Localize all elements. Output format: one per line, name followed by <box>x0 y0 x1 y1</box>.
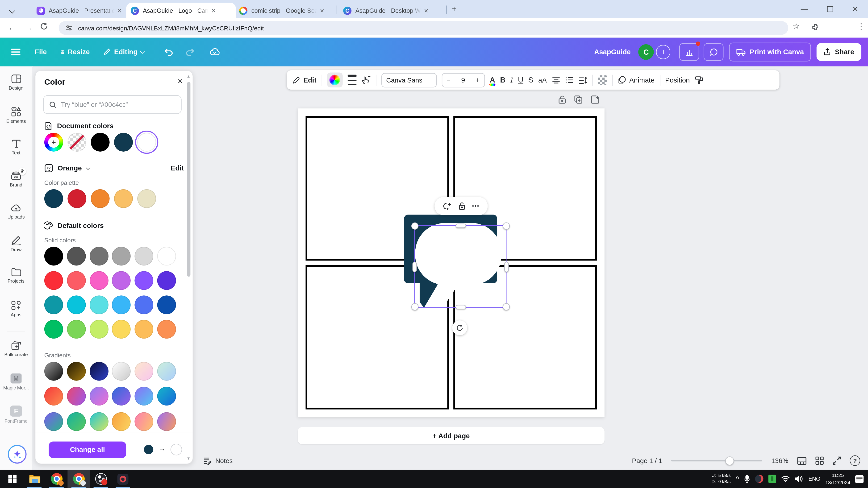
solid-color-swatch[interactable] <box>44 320 63 339</box>
color-wheel-button[interactable] <box>327 72 342 87</box>
gradient-swatch[interactable] <box>135 362 154 381</box>
sidebar-item-magic-morph[interactable]: M Magic Mor... <box>0 373 32 391</box>
zoom-slider-thumb[interactable] <box>725 456 734 465</box>
recorder-app-button[interactable] <box>112 470 134 488</box>
thumbnails-icon[interactable] <box>815 456 824 465</box>
grid-view-icon[interactable] <box>797 457 807 464</box>
solid-color-swatch[interactable] <box>135 271 154 290</box>
text-color-button[interactable]: A <box>490 76 495 84</box>
microphone-icon[interactable] <box>744 475 750 483</box>
sidebar-item-fontframe[interactable]: F FontFrame <box>0 405 32 424</box>
tab-close-icon[interactable]: × <box>424 7 428 14</box>
roller-button[interactable] <box>695 75 704 85</box>
font-size-value[interactable]: 9 <box>461 76 465 84</box>
spacing-button[interactable] <box>578 76 587 84</box>
scroll-down-icon[interactable]: ▼ <box>187 456 190 460</box>
sidebar-item-text[interactable]: Text <box>0 139 32 155</box>
resize-handle-n[interactable] <box>456 224 466 228</box>
forward-icon[interactable]: → <box>24 23 33 32</box>
solid-color-swatch[interactable] <box>112 320 131 339</box>
sidebar-item-draw[interactable]: Draw <box>0 236 32 252</box>
no-color-swatch[interactable] <box>67 133 86 152</box>
redo-icon[interactable] <box>185 47 195 57</box>
palette-swatch[interactable] <box>137 189 156 208</box>
reload-icon[interactable] <box>40 22 48 30</box>
zoom-level[interactable]: 136% <box>771 457 788 464</box>
solid-color-swatch[interactable] <box>44 271 63 290</box>
solid-color-swatch[interactable] <box>135 320 154 339</box>
gradient-swatch[interactable] <box>89 412 108 431</box>
window-restore-button[interactable] <box>817 0 842 18</box>
url-bar[interactable]: canva.com/design/DAGVNLBxLZM/i8mMhM_kwyC… <box>59 21 788 35</box>
more-options-icon[interactable]: ••• <box>472 203 479 209</box>
add-page-button[interactable]: + Add page <box>298 427 604 445</box>
italic-button[interactable]: I <box>510 75 513 85</box>
tab-close-icon[interactable]: × <box>212 7 216 14</box>
solid-color-swatch[interactable] <box>89 295 108 314</box>
lock-icon[interactable] <box>458 202 466 210</box>
gradient-swatch[interactable] <box>89 387 108 406</box>
change-all-button[interactable]: Change all <box>49 442 126 458</box>
scroll-up-icon[interactable]: ▲ <box>187 74 190 78</box>
bold-button[interactable]: B <box>500 76 505 84</box>
palette-swatch[interactable] <box>44 189 63 208</box>
solid-color-swatch[interactable] <box>135 295 154 314</box>
solid-color-swatch[interactable] <box>112 247 131 266</box>
position-button[interactable]: Position <box>665 76 690 84</box>
wifi-icon[interactable] <box>781 476 790 482</box>
doc-color-white-selected[interactable] <box>137 133 156 152</box>
solid-color-swatch[interactable] <box>67 247 86 266</box>
scrollbar-thumb[interactable] <box>187 82 190 276</box>
list-button[interactable] <box>565 76 573 84</box>
sidebar-item-projects[interactable]: Projects <box>0 268 32 284</box>
underline-button[interactable]: U <box>518 76 523 84</box>
solid-color-swatch[interactable] <box>135 247 154 266</box>
file-explorer-button[interactable] <box>23 470 45 488</box>
insights-button[interactable] <box>679 43 699 61</box>
solid-color-swatch[interactable] <box>157 320 176 339</box>
strikethrough-button[interactable]: S <box>528 76 533 84</box>
add-comment-icon[interactable] <box>443 202 452 210</box>
solid-color-swatch[interactable] <box>44 247 63 266</box>
window-close-button[interactable]: ✕ <box>842 0 868 18</box>
solid-color-swatch[interactable] <box>89 247 108 266</box>
gradient-swatch[interactable] <box>44 412 63 431</box>
flip-hand-button[interactable] <box>361 75 371 85</box>
close-panel-icon[interactable]: × <box>178 76 183 86</box>
gradient-swatch[interactable] <box>157 387 176 406</box>
help-button[interactable]: ? <box>850 455 861 466</box>
font-size-increase[interactable]: + <box>476 76 480 84</box>
tab-search-chevron-icon[interactable] <box>10 5 14 15</box>
file-menu[interactable]: File <box>35 48 47 56</box>
gradient-swatch[interactable] <box>44 387 63 406</box>
brand-kit-chevron-icon[interactable] <box>86 165 90 170</box>
ai-assistant-button[interactable] <box>8 445 27 464</box>
sidebar-item-bulk-create[interactable]: Bulk create <box>0 341 32 357</box>
language-indicator[interactable]: ENG <box>808 476 820 482</box>
palette-swatch[interactable] <box>114 189 133 208</box>
design-page[interactable]: ••• <box>298 108 604 417</box>
palette-swatch[interactable] <box>67 189 86 208</box>
sidebar-item-elements[interactable]: Elements <box>0 107 32 124</box>
panel-scrollbar[interactable]: ▲ ▼ <box>187 73 191 462</box>
tab-logo-active[interactable]: C AsapGuide - Logo - Canva × <box>126 3 236 19</box>
alignment-button[interactable] <box>552 76 560 84</box>
browser-menu-icon[interactable]: ⋮ <box>857 22 865 32</box>
solid-color-swatch[interactable] <box>67 320 86 339</box>
chrome-profile2-button-active[interactable] <box>67 470 90 488</box>
edit-button[interactable]: Edit <box>292 76 316 84</box>
animate-button[interactable]: Animate <box>618 76 654 84</box>
transparency-button[interactable] <box>598 75 607 85</box>
solid-color-swatch[interactable] <box>89 320 108 339</box>
solid-color-swatch[interactable] <box>157 295 176 314</box>
resize-handle-nw[interactable] <box>411 222 418 230</box>
resize-handle-sw[interactable] <box>411 303 418 311</box>
resize-handle-ne[interactable] <box>503 222 510 230</box>
add-member-button[interactable]: + <box>656 45 671 59</box>
solid-color-swatch[interactable] <box>44 295 63 314</box>
obs-button[interactable] <box>90 470 112 488</box>
print-with-canva-button[interactable]: Print with Canva <box>729 43 811 62</box>
selection-box[interactable] <box>414 225 507 307</box>
back-icon[interactable]: ← <box>8 23 16 32</box>
color-search-input[interactable]: Try “blue” or “#00c4cc” <box>43 95 182 114</box>
